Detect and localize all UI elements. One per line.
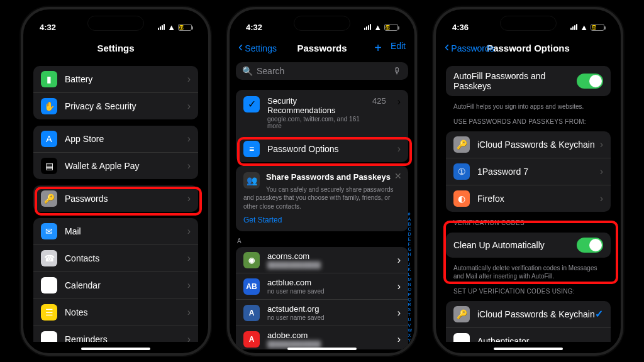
password-entry[interactable]: ◉acorns.com████████████›	[236, 247, 408, 273]
close-icon[interactable]: ✕	[394, 171, 402, 181]
chevron-right-icon: ›	[600, 193, 603, 204]
back-button[interactable]: Passwords	[445, 43, 494, 53]
app-icon: ▤	[41, 158, 57, 174]
chevron-right-icon: ›	[397, 334, 401, 345]
app-icon: ☎	[41, 250, 57, 266]
chevron-right-icon: ›	[600, 166, 603, 177]
navbar: Settings	[23, 37, 208, 60]
people-icon: 👥	[243, 172, 260, 189]
section-header: USE PASSWORDS AND PASSKEYS FROM:	[453, 118, 603, 125]
security-recommendations-row[interactable]: ✓ Security Recommendations google.com, t…	[236, 90, 408, 136]
alphabet-index[interactable]: #ABCDEFGHIJKLMNOPQRSTUVWXYZ	[408, 212, 412, 348]
app-icon: 🔑	[453, 136, 470, 153]
page-title: Settings	[97, 43, 134, 53]
chevron-right-icon: ›	[187, 253, 191, 264]
search-icon: 🔍	[242, 66, 253, 76]
dynamic-island	[87, 16, 144, 31]
cleanup-toggle-row[interactable]: Clean Up Automatically	[446, 233, 611, 258]
chevron-right-icon: ›	[397, 307, 401, 319]
cellular-icon	[570, 24, 577, 30]
chevron-right-icon: ›	[187, 160, 191, 172]
app-icon: ☰	[41, 304, 57, 321]
mic-icon[interactable]: 🎙	[393, 66, 402, 76]
home-indicator[interactable]	[81, 348, 150, 350]
settings-row[interactable]: ▤Wallet & Apple Pay›	[33, 153, 198, 179]
settings-row[interactable]: ▮Battery›	[33, 66, 198, 93]
site-icon: AB	[243, 278, 260, 295]
app-icon: ✻	[453, 333, 470, 342]
wifi-icon: ▲	[167, 23, 175, 32]
chevron-right-icon: ›	[397, 255, 401, 266]
settings-row[interactable]: ☎Contacts›	[33, 245, 198, 272]
toggle-switch[interactable]	[577, 238, 603, 253]
password-options-row[interactable]: ≡ Password Options ›	[236, 136, 408, 162]
password-entry[interactable]: ABactblue.comno user name saved›	[236, 273, 408, 300]
autofill-toggle-row[interactable]: AutoFill Passwords and Passkeys	[446, 66, 611, 96]
status-icons: ▲ 39	[570, 23, 604, 32]
shield-icon: ✓	[243, 96, 260, 112]
chevron-right-icon: ›	[187, 334, 191, 342]
verification-app-row[interactable]: ✻Authenticator	[446, 328, 611, 342]
cellular-icon	[158, 24, 165, 30]
clock: 4:36	[452, 23, 469, 32]
settings-row[interactable]: ☰Notes›	[33, 299, 198, 326]
settings-row[interactable]: ✉Mail›	[33, 218, 198, 245]
page-title: Passwords	[297, 43, 347, 53]
app-icon: ▦	[41, 277, 57, 293]
app-icon: ▮	[41, 71, 57, 87]
site-icon: A	[243, 305, 260, 321]
footer-text: Automatically delete verification codes …	[453, 264, 603, 280]
section-header: SET UP VERIFICATION CODES USING:	[453, 288, 603, 295]
battery-icon: 39	[178, 24, 192, 31]
slider-icon: ≡	[243, 141, 260, 157]
search-input[interactable]: 🔍 Search 🎙	[236, 62, 408, 80]
app-icon: A	[41, 131, 57, 147]
password-source-row[interactable]: 🔑iCloud Passwords & Keychain›	[446, 131, 611, 158]
back-button[interactable]: Settings	[238, 43, 277, 53]
wifi-icon: ▲	[374, 23, 382, 32]
app-icon: ✋	[41, 98, 57, 114]
navbar: Settings Passwords + Edit	[230, 37, 414, 60]
phone-passwords: 4:32 ▲ 39 Settings Passwords + Edit 🔍 Se…	[227, 7, 417, 356]
app-icon: ①	[453, 163, 470, 180]
chevron-right-icon: ›	[187, 226, 191, 237]
page-title: Password Options	[487, 43, 570, 53]
password-source-row[interactable]: ◐Firefox›	[446, 185, 611, 212]
footer-text: AutoFill helps you sign into apps and we…	[453, 102, 603, 111]
settings-list[interactable]: ▮Battery›✋Privacy & Security› AApp Store…	[23, 60, 208, 342]
verification-app-row[interactable]: 🔑iCloud Passwords & Keychain✓	[446, 301, 611, 328]
home-indicator[interactable]	[494, 348, 563, 350]
search-placeholder: Search	[257, 66, 284, 76]
app-icon: ☑	[41, 331, 57, 342]
status-icons: ▲ 39	[158, 23, 192, 32]
home-indicator[interactable]	[287, 348, 357, 350]
site-icon: ◉	[243, 252, 260, 268]
edit-button[interactable]: Edit	[391, 41, 406, 55]
share-passwords-card: ✕ 👥 Share Passwords and Passkeys You can…	[236, 166, 408, 232]
toggle-switch[interactable]	[577, 74, 603, 89]
dynamic-island	[294, 16, 350, 31]
phone-password-options: 4:36 ▲ 39 Passwords Password Options Aut…	[433, 7, 623, 356]
app-icon: ◐	[453, 190, 470, 207]
navbar: Passwords Password Options	[436, 37, 621, 60]
chevron-right-icon: ›	[187, 133, 191, 145]
password-entry[interactable]: Aadobe.com████████████›	[236, 326, 408, 349]
app-icon: 🔑	[453, 306, 470, 322]
password-entry[interactable]: Aactstudent.orgno user name saved›	[236, 300, 408, 326]
passwords-row[interactable]: 🔑Passwords›	[33, 185, 198, 212]
cellular-icon	[364, 24, 371, 30]
section-header: VERIFICATION CODES	[453, 219, 603, 226]
settings-row[interactable]: ▦Calendar›	[33, 272, 198, 299]
chevron-right-icon: ›	[187, 280, 191, 291]
password-source-row[interactable]: ①1Password 7›	[446, 158, 611, 185]
chevron-left-icon	[238, 43, 243, 53]
count-badge: 425	[372, 96, 386, 106]
phone-settings: 4:32 ▲ 39 Settings ▮Battery›✋Privacy & S…	[21, 7, 211, 356]
settings-row[interactable]: ✋Privacy & Security›	[33, 93, 198, 119]
add-button[interactable]: +	[374, 41, 382, 55]
get-started-link[interactable]: Get Started	[243, 216, 282, 224]
chevron-right-icon: ›	[397, 96, 401, 107]
settings-row[interactable]: AApp Store›	[33, 126, 198, 153]
settings-row[interactable]: ☑Reminders›	[33, 326, 198, 342]
clock: 4:32	[246, 23, 262, 32]
